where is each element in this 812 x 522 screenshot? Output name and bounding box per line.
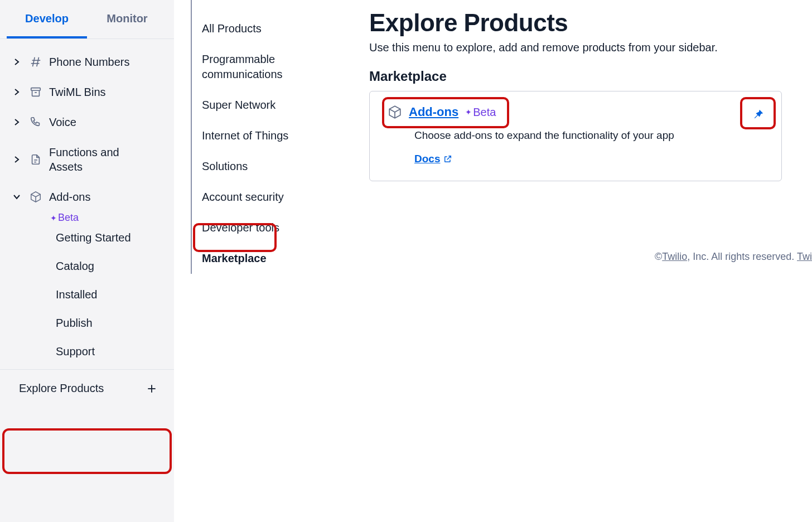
- nav-item-label: Voice: [49, 115, 171, 129]
- nav-item-addons[interactable]: Add-ons: [0, 182, 174, 212]
- svg-rect-4: [31, 88, 41, 91]
- footer-twi: Twi: [797, 251, 812, 262]
- subnav-item-solutions[interactable]: Solutions: [192, 151, 347, 182]
- plus-icon: [146, 383, 157, 394]
- explore-products-label: Explore Products: [19, 382, 104, 395]
- nav-item-functions-assets[interactable]: Functions and Assets: [0, 137, 174, 182]
- nav-item-label: Phone Numbers: [49, 55, 171, 69]
- beta-badge: ✦ Beta: [465, 106, 496, 119]
- pin-button[interactable]: [747, 103, 770, 126]
- secondary-nav: All Products Programmable communications…: [191, 0, 347, 274]
- addons-sub-list: Getting Started Catalog Installed Publis…: [0, 224, 174, 366]
- primary-sidebar: Develop Monitor Phone Numbers TwiML Bins: [0, 0, 174, 522]
- docs-label: Docs: [414, 153, 440, 165]
- archive-icon: [28, 86, 44, 98]
- nav-item-label: Functions and Assets: [49, 145, 149, 174]
- nav-item-phone-numbers[interactable]: Phone Numbers: [0, 47, 174, 77]
- hash-icon: [28, 56, 44, 68]
- nav-item-twiml-bins[interactable]: TwiML Bins: [0, 77, 174, 107]
- subnav-item-all-products[interactable]: All Products: [192, 13, 347, 44]
- addons-card: Add-ons ✦ Beta Choose add-ons to expand …: [369, 91, 782, 181]
- chevron-right-icon: [11, 89, 22, 95]
- subnav-item-marketplace[interactable]: Marketplace: [192, 243, 347, 274]
- external-link-icon: [443, 154, 452, 163]
- tab-develop[interactable]: Develop: [7, 0, 87, 38]
- twilio-link[interactable]: Twilio: [662, 251, 687, 262]
- highlight-explore-products: [2, 428, 172, 474]
- sub-item-catalog[interactable]: Catalog: [56, 252, 174, 281]
- nav-item-label: Add-ons: [49, 190, 171, 204]
- beta-label: Beta: [58, 212, 79, 224]
- card-description: Choose add-ons to expand the functionali…: [414, 129, 766, 142]
- footer-copyright: ©Twilio, Inc. All rights reserved. Twi: [655, 251, 812, 263]
- docs-link[interactable]: Docs: [414, 153, 452, 165]
- chevron-right-icon: [11, 119, 22, 125]
- beta-badge: ✦ Beta: [50, 212, 174, 224]
- draft-icon: [28, 153, 44, 166]
- sparkle-icon: ✦: [465, 108, 472, 117]
- page-subtitle: Use this menu to explore, add and remove…: [369, 41, 812, 54]
- sub-item-support[interactable]: Support: [56, 337, 174, 366]
- sub-item-installed[interactable]: Installed: [56, 281, 174, 309]
- page-title: Explore Products: [369, 9, 812, 37]
- subnav-item-account-security[interactable]: Account security: [192, 182, 347, 212]
- subnav-item-iot[interactable]: Internet of Things: [192, 120, 347, 151]
- addons-link[interactable]: Add-ons: [409, 105, 458, 119]
- sub-item-getting-started[interactable]: Getting Started: [56, 224, 174, 252]
- sub-item-publish[interactable]: Publish: [56, 309, 174, 337]
- card-body: Choose add-ons to expand the functionali…: [388, 129, 766, 165]
- phone-icon: [28, 116, 44, 128]
- svg-line-2: [33, 57, 35, 67]
- section-title-marketplace: Marketplace: [369, 69, 812, 84]
- package-icon: [388, 105, 402, 119]
- nav-item-voice[interactable]: Voice: [0, 107, 174, 137]
- footer-rest: , Inc. All rights reserved.: [687, 251, 797, 262]
- svg-line-3: [37, 57, 39, 67]
- explore-products-button[interactable]: Explore Products: [0, 369, 174, 407]
- subnav-item-programmable-comms[interactable]: Programmable communications: [192, 44, 347, 90]
- copyright-symbol: ©: [655, 251, 662, 262]
- card-header: Add-ons ✦ Beta: [388, 105, 766, 119]
- nav-item-label: TwiML Bins: [49, 85, 171, 99]
- main-content: Explore Products Use this menu to explor…: [347, 0, 812, 522]
- chevron-down-icon: [11, 194, 22, 200]
- subnav-item-super-network[interactable]: Super Network: [192, 90, 347, 120]
- chevron-right-icon: [11, 156, 22, 163]
- sidebar-tabbar: Develop Monitor: [0, 0, 174, 39]
- tab-monitor[interactable]: Monitor: [87, 0, 167, 38]
- subnav-item-developer-tools[interactable]: Developer tools: [192, 212, 347, 243]
- sparkle-icon: ✦: [50, 214, 57, 223]
- chevron-right-icon: [11, 59, 22, 65]
- nav-list: Phone Numbers TwiML Bins Voice: [0, 39, 174, 366]
- package-icon: [28, 191, 44, 203]
- beta-label: Beta: [473, 106, 496, 119]
